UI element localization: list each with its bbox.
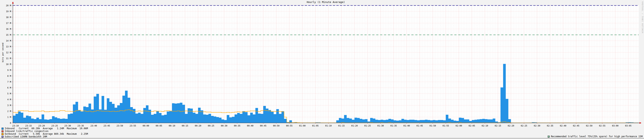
y-tick-label: 12 M xyxy=(6,51,11,54)
y-tick-label: 17 M xyxy=(6,22,11,25)
y-tick-label: 2 M xyxy=(7,110,11,112)
y-tick-label: 10 M xyxy=(6,63,11,66)
legend-item-inbound: Inbound Current 60.28k Average 1.24M Max… xyxy=(2,127,88,130)
legend-label-inbound: Inbound Current 60.28k Average 1.24M Max… xyxy=(5,127,88,130)
x-tick-label: 01:20 xyxy=(351,124,358,127)
rrdtool-watermark: RRDTOOL / TOBI OETIKER xyxy=(642,2,644,34)
x-tick-label: 23:45 xyxy=(104,124,110,127)
x-tick-label: 02:40 xyxy=(560,124,566,127)
y-tick-label: 13 M xyxy=(6,45,11,48)
x-tick-label: 02:10 xyxy=(482,124,488,127)
legend-swatch-inbound xyxy=(2,128,4,129)
x-tick-label: 02:30 xyxy=(534,124,540,127)
x-tick-label: 23:50 xyxy=(116,124,123,127)
x-tick-label: 23:40 xyxy=(90,124,97,127)
y-tick-label: 7 M xyxy=(7,81,11,83)
x-tick-label: 00:15 xyxy=(182,124,188,127)
x-tick-label: 23:30 xyxy=(64,124,71,127)
x-tick-label: 23:55 xyxy=(130,124,136,127)
x-tick-label: 23:10 xyxy=(12,124,19,127)
x-tick-label: 01:00 xyxy=(299,124,306,127)
x-tick-label: 02:55 xyxy=(599,124,606,127)
x-tick-label: 00:30 xyxy=(221,124,227,127)
x-tick-label: 01:15 xyxy=(338,124,345,127)
x-tick-label: 02:15 xyxy=(495,124,501,127)
y-tick-label: 6 M xyxy=(7,87,11,89)
legend-swatch-inbound-congestion xyxy=(2,130,4,132)
x-tick-label: 02:50 xyxy=(586,124,592,127)
legend-label-outbound: Outbound Current 5.50k Average 869.34k M… xyxy=(5,133,88,135)
x-tick-label: 02:35 xyxy=(547,124,553,127)
x-tick-label: 01:25 xyxy=(364,124,371,127)
y-tick-label: 11 M xyxy=(6,57,11,60)
legend-swatch-subscribed-bandwidth xyxy=(2,136,4,138)
x-tick-label: 00:05 xyxy=(156,124,162,127)
x-tick-label: 01:30 xyxy=(378,124,384,127)
footnote-label-recommended-level: Recommended traffic level 75%(25% spare)… xyxy=(551,135,643,138)
x-tick-label: 02:25 xyxy=(521,124,527,127)
x-tick-label: 01:35 xyxy=(390,124,397,127)
x-tick-label: 00:55 xyxy=(286,124,292,127)
y-tick-label: 19 M xyxy=(6,10,11,13)
x-tick-label: 23:20 xyxy=(38,124,45,127)
x-tick-label: 00:35 xyxy=(234,124,240,127)
x-tick-label: 02:00 xyxy=(456,124,462,127)
y-tick-label: 16 M xyxy=(6,28,11,30)
y-axis-title: bits per second xyxy=(2,43,4,62)
traffic-chart: 01 M2 M3 M4 M5 M6 M7 M8 M9 M10 M11 M12 M… xyxy=(0,0,644,139)
y-tick-label: 5 M xyxy=(7,92,11,95)
legend-item-outbound: Outbound Current 5.50k Average 869.34k M… xyxy=(2,133,88,135)
legend-item-inbound-congestion: Inbound link/traffic congestion xyxy=(2,130,88,132)
y-tick-label: 8 M xyxy=(7,75,11,77)
x-tick-label: 00:10 xyxy=(169,124,175,127)
y-tick-label: 15 M xyxy=(6,34,11,36)
bottom-border-strip xyxy=(0,138,644,139)
x-tick-label: 01:55 xyxy=(442,124,449,127)
legend: Inbound Current 60.28k Average 1.24M Max… xyxy=(2,127,88,138)
x-tick-label: 23:25 xyxy=(51,124,58,127)
legend-label-inbound-congestion: Inbound link/traffic congestion xyxy=(5,130,48,132)
y-tick-label: 14 M xyxy=(6,40,11,42)
x-tick-label: 02:45 xyxy=(573,124,579,127)
y-tick-label: 3 M xyxy=(7,104,11,107)
x-tick-label: 03:00 xyxy=(612,124,618,127)
y-tick-label: 9 M xyxy=(7,69,11,71)
x-tick-label: 03:05 xyxy=(625,124,632,127)
x-tick-label: 23:35 xyxy=(78,124,84,127)
rrdtool-traffic-graph: { "title": "Hourly (1 Minute Average)", … xyxy=(0,0,644,139)
x-tick-label: 02:20 xyxy=(508,124,514,127)
x-tick-label: 00:25 xyxy=(208,124,214,127)
x-tick-label: 00:50 xyxy=(273,124,280,127)
y-tick-label: 20 M xyxy=(6,4,11,7)
x-tick-label: 01:05 xyxy=(312,124,318,127)
x-tick-label: 00:00 xyxy=(142,124,149,127)
x-tick-label: 00:45 xyxy=(260,124,266,127)
x-tick-label: 00:40 xyxy=(247,124,253,127)
x-tick-label: 01:50 xyxy=(430,124,436,127)
x-tick-label: 01:40 xyxy=(403,124,410,127)
y-tick-label: 4 M xyxy=(7,98,11,101)
chart-title: Hourly (1 Minute Average) xyxy=(13,1,639,4)
y-tick-label: 0 xyxy=(10,122,11,124)
legend-swatch-outbound xyxy=(2,133,4,135)
y-tick-label: 1 M xyxy=(7,116,11,118)
x-tick-label: 01:45 xyxy=(416,124,423,127)
x-axis-arrow xyxy=(640,122,642,124)
recommended-level-note: Recommended traffic level 75%(25% spare)… xyxy=(548,135,643,138)
x-tick-label: 23:15 xyxy=(26,124,32,127)
footnote-swatch-recommended-level xyxy=(548,136,550,138)
x-tick-label: 01:10 xyxy=(325,124,332,127)
x-tick-label: 00:20 xyxy=(195,124,201,127)
y-tick-label: 18 M xyxy=(6,16,11,19)
x-tick-label: 02:05 xyxy=(468,124,475,127)
